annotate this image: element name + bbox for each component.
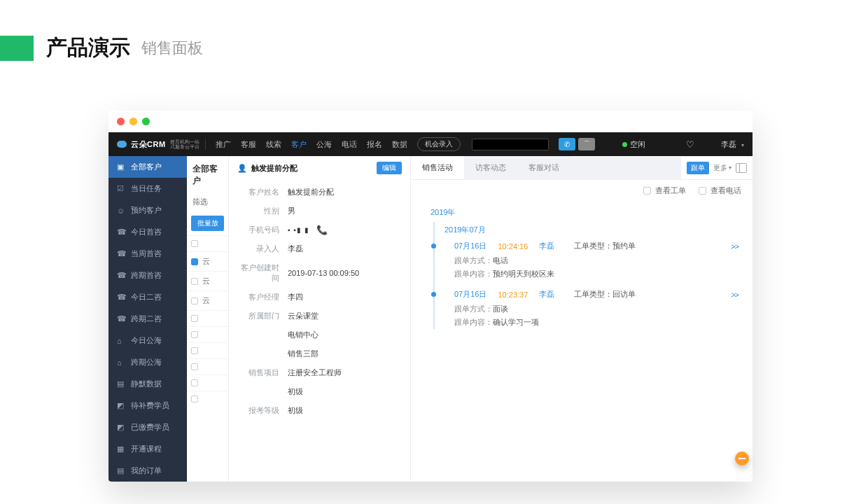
- field-value: 云朵课堂: [288, 311, 318, 321]
- list-row-text: 云: [202, 295, 210, 306]
- sidebar-item[interactable]: ▤我的订单: [108, 460, 187, 482]
- field-row: 录入人李磊: [239, 239, 400, 258]
- nav-item[interactable]: 客服: [241, 139, 256, 150]
- field-row: 客户创建时间2019-07-13 00:09:50: [239, 258, 400, 288]
- sidebar-item[interactable]: ▣全部客户: [108, 156, 187, 178]
- field-row: 所属部门云朵课堂: [239, 307, 400, 326]
- checkbox[interactable]: [191, 258, 198, 265]
- status-indicator[interactable]: 空闲: [622, 139, 645, 150]
- page-title: 产品演示: [46, 34, 130, 62]
- accent-block: [0, 36, 34, 61]
- nav-item[interactable]: 电话: [342, 139, 357, 150]
- list-row[interactable]: [187, 358, 228, 374]
- event-type: 工单类型：回访单: [574, 289, 636, 300]
- checkbox[interactable]: [191, 331, 198, 338]
- body-area: ▣全部客户☑当日任务☺预约客户☎今日首咨☎当周首咨☎跨期首咨☎今日二咨☎跨期二咨…: [108, 156, 752, 482]
- list-row[interactable]: [187, 374, 228, 391]
- list-row[interactable]: 云: [187, 251, 228, 271]
- sidebar-item-icon: ☑: [117, 184, 125, 193]
- user-menu[interactable]: 李磊 ▾: [721, 139, 744, 150]
- edit-button[interactable]: 编辑: [377, 162, 402, 174]
- collapse-fab[interactable]: [735, 451, 749, 465]
- panel-toggle-icon[interactable]: [736, 163, 747, 173]
- sidebar-item[interactable]: ◩已缴费学员: [108, 416, 187, 438]
- sidebar-item[interactable]: ▦开通课程: [108, 438, 187, 460]
- opportunity-entry-button[interactable]: 机会录入: [417, 137, 461, 151]
- list-row[interactable]: [187, 342, 228, 358]
- list-title: 全部客户: [187, 156, 228, 191]
- nav-item[interactable]: 客户: [291, 139, 307, 150]
- phone-buttons: ✆ ⌒: [559, 138, 595, 150]
- filter-checkbox[interactable]: 查看工单: [643, 186, 686, 196]
- list-row[interactable]: 云: [187, 290, 228, 310]
- sidebar-item[interactable]: ☎跨期首咨: [108, 265, 187, 286]
- nav-item[interactable]: 线索: [266, 139, 281, 150]
- activity-filters: 查看工单查看电话: [411, 180, 752, 202]
- hangup-button[interactable]: ⌒: [578, 138, 595, 150]
- more-menu[interactable]: 更多 ▾: [713, 163, 732, 173]
- page-subtitle: 销售面板: [141, 38, 203, 59]
- sidebar-item-icon: ◩: [117, 423, 125, 432]
- sidebar-item-label: 已缴费学员: [131, 422, 169, 433]
- sidebar-item-label: 跨期二咨: [131, 314, 162, 324]
- username-label: 李磊: [721, 140, 736, 148]
- batch-release-button[interactable]: 批量放: [191, 216, 224, 231]
- sidebar-item[interactable]: ☺预约客户: [108, 200, 187, 221]
- notifications-icon[interactable]: ♡: [686, 139, 694, 150]
- search-input[interactable]: [472, 139, 549, 150]
- event-row-value: 确认学习一项: [493, 318, 539, 326]
- checkbox[interactable]: [191, 240, 198, 247]
- timeline-year: 2019年: [425, 204, 738, 222]
- detail-body: 客户姓名触发提前分配性别男手机号码▪ ▪▮ ▮📞录入人李磊客户创建时间2019-…: [229, 180, 410, 430]
- nav-item[interactable]: 数据: [392, 139, 407, 150]
- sidebar-item[interactable]: ☑当日任务: [108, 178, 187, 200]
- window-close-icon[interactable]: [117, 118, 125, 125]
- window-controls: [108, 111, 752, 132]
- tab[interactable]: 销售活动: [411, 156, 464, 179]
- sidebar: ▣全部客户☑当日任务☺预约客户☎今日首咨☎当周首咨☎跨期首咨☎今日二咨☎跨期二咨…: [108, 156, 187, 482]
- list-row[interactable]: [187, 391, 228, 407]
- sidebar-item-icon: ▦: [117, 444, 125, 454]
- list-row[interactable]: [187, 326, 228, 342]
- nav-item[interactable]: 报名: [367, 139, 382, 150]
- timeline: 2019年 2019年07月 07月16日10:24:16李磊工单类型：预约单>…: [411, 202, 752, 351]
- list-row[interactable]: 云: [187, 271, 228, 290]
- list-row[interactable]: [187, 235, 228, 251]
- field-row: 初级: [239, 382, 400, 401]
- followup-button[interactable]: 跟单: [687, 162, 709, 174]
- nav-item[interactable]: 公海: [316, 139, 332, 150]
- tab[interactable]: 访客动态: [464, 156, 517, 179]
- call-icon[interactable]: 📞: [316, 225, 328, 235]
- checkbox[interactable]: [191, 347, 198, 354]
- logo-text: 云朵CRM: [131, 139, 166, 150]
- nav-item[interactable]: 推广: [216, 139, 231, 150]
- window-zoom-icon[interactable]: [142, 118, 150, 125]
- call-button[interactable]: ✆: [559, 138, 575, 150]
- tab[interactable]: 客服对话: [517, 156, 570, 179]
- sidebar-item[interactable]: ◩待补费学员: [108, 395, 187, 416]
- event-row-value: 预约明天到校区来: [493, 270, 554, 278]
- sidebar-item[interactable]: ☎今日二咨: [108, 286, 187, 308]
- checkbox[interactable]: [191, 379, 198, 386]
- filter-checkbox[interactable]: 查看电话: [699, 186, 741, 196]
- sidebar-item[interactable]: ☎今日首咨: [108, 221, 187, 243]
- sidebar-item[interactable]: ▤静默数据: [108, 373, 187, 395]
- field-value: 销售三部: [288, 349, 318, 359]
- checkbox[interactable]: [191, 396, 198, 402]
- event-expand[interactable]: >>: [731, 290, 738, 299]
- status-dot-icon: [622, 142, 627, 147]
- window-minimize-icon[interactable]: [130, 118, 137, 125]
- event-expand[interactable]: >>: [731, 242, 738, 251]
- sidebar-item[interactable]: ☎跨期二咨: [108, 308, 187, 330]
- checkbox[interactable]: [191, 315, 198, 322]
- checkbox[interactable]: [191, 278, 198, 285]
- checkbox[interactable]: [191, 298, 198, 304]
- list-row[interactable]: [187, 310, 228, 326]
- sidebar-item[interactable]: ⌂今日公海: [108, 330, 187, 351]
- checkbox[interactable]: [191, 363, 198, 370]
- filter-label[interactable]: 筛选: [187, 191, 228, 211]
- sidebar-item-icon: ☺: [117, 206, 125, 215]
- sidebar-item[interactable]: ☎当周首咨: [108, 243, 187, 265]
- sidebar-item[interactable]: ⌂跨期公海: [108, 351, 187, 373]
- chevron-down-icon: ▾: [741, 142, 744, 148]
